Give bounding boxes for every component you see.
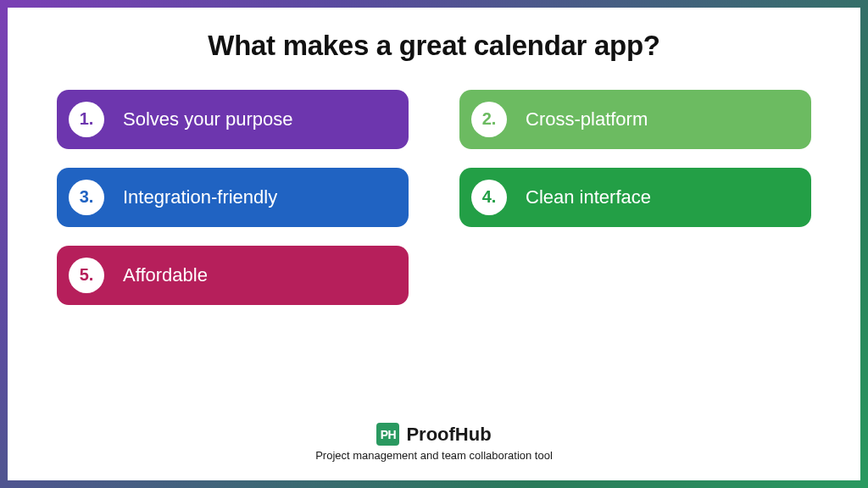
feature-label: Cross-platform <box>526 108 648 130</box>
gradient-frame: What makes a great calendar app? 1. Solv… <box>0 0 868 488</box>
page-title: What makes a great calendar app? <box>208 28 659 64</box>
feature-item-5: 5. Affordable <box>57 246 409 305</box>
feature-label: Solves your purpose <box>123 108 293 130</box>
feature-item-4: 4. Clean interface <box>459 168 811 227</box>
feature-number: 2. <box>471 102 507 137</box>
feature-item-1: 1. Solves your purpose <box>57 90 409 149</box>
feature-item-2: 2. Cross-platform <box>459 90 811 149</box>
feature-item-3: 3. Integration-friendly <box>57 168 409 227</box>
brand-name: ProofHub <box>406 424 491 446</box>
feature-number: 5. <box>69 258 104 293</box>
feature-number: 1. <box>69 102 104 137</box>
feature-grid: 1. Solves your purpose 2. Cross-platform… <box>57 90 811 305</box>
proofhub-logo-icon: PH <box>376 423 399 446</box>
content-card: What makes a great calendar app? 1. Solv… <box>8 8 860 480</box>
feature-number: 4. <box>471 180 507 215</box>
footer: PH ProofHub Project management and team … <box>8 423 860 462</box>
feature-number: 3. <box>69 180 104 215</box>
brand-tagline: Project management and team collaboratio… <box>315 449 553 462</box>
feature-label: Clean interface <box>526 186 651 208</box>
feature-label: Integration-friendly <box>123 186 277 208</box>
brand-row: PH ProofHub <box>376 423 491 446</box>
feature-label: Affordable <box>123 264 208 286</box>
